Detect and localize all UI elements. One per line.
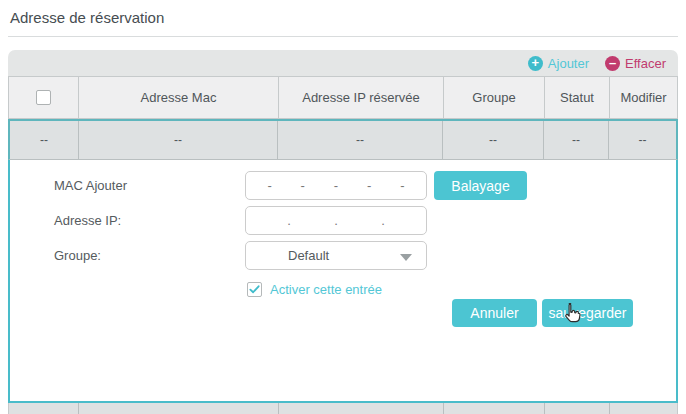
ip-input[interactable] bbox=[245, 206, 427, 235]
header-ip: Adresse IP réservée bbox=[278, 77, 443, 118]
enable-checkbox[interactable] bbox=[247, 282, 262, 297]
enable-entry-label: Activer cette entrée bbox=[270, 282, 382, 297]
save-button[interactable]: sauvegarder bbox=[542, 299, 633, 327]
row-ip-cell: -- bbox=[277, 121, 442, 159]
group-select[interactable]: Default bbox=[245, 241, 427, 270]
plus-circle-icon: + bbox=[528, 56, 543, 71]
header-select-all-cell bbox=[9, 77, 78, 118]
page-title: Adresse de réservation bbox=[10, 9, 164, 26]
header-group: Groupe bbox=[443, 77, 544, 118]
header-status: Statut bbox=[544, 77, 609, 118]
address-reservation-page: Adresse de réservation + Ajouter – Effac… bbox=[0, 0, 686, 414]
add-button[interactable]: + Ajouter bbox=[528, 56, 589, 71]
row-modify-cell: -- bbox=[608, 121, 676, 159]
header-mac: Adresse Mac bbox=[78, 77, 278, 118]
table-row[interactable]: -- -- -- -- -- -- bbox=[8, 119, 678, 160]
table-toolbar: + Ajouter – Effacer bbox=[8, 50, 678, 76]
row-group-cell: -- bbox=[442, 121, 543, 159]
title-divider bbox=[8, 36, 678, 37]
group-label: Groupe: bbox=[54, 248, 101, 263]
mac-input[interactable] bbox=[245, 171, 427, 200]
mac-label: MAC Ajouter bbox=[54, 178, 127, 193]
scan-button[interactable]: Balayage bbox=[434, 171, 527, 200]
add-button-label: Ajouter bbox=[548, 56, 589, 71]
row-checkbox-cell: -- bbox=[10, 121, 78, 159]
minus-circle-icon: – bbox=[605, 56, 620, 71]
enable-entry-toggle[interactable]: Activer cette entrée bbox=[247, 282, 382, 297]
cancel-button[interactable]: Annuler bbox=[452, 299, 537, 327]
add-entry-panel: MAC Ajouter Balayage Adresse IP: Groupe:… bbox=[8, 160, 678, 403]
select-all-checkbox[interactable] bbox=[36, 90, 51, 105]
table-header: Adresse Mac Adresse IP réservée Groupe S… bbox=[8, 76, 678, 119]
header-modify: Modifier bbox=[609, 77, 677, 118]
group-select-value: Default bbox=[288, 248, 329, 263]
chevron-down-icon bbox=[400, 254, 412, 261]
delete-button[interactable]: – Effacer bbox=[605, 56, 666, 71]
delete-button-label: Effacer bbox=[625, 56, 666, 71]
row-status-cell: -- bbox=[543, 121, 608, 159]
next-table-row-partial bbox=[8, 403, 678, 414]
check-icon bbox=[249, 284, 260, 295]
row-mac-cell: -- bbox=[78, 121, 277, 159]
ip-label: Adresse IP: bbox=[54, 213, 121, 228]
